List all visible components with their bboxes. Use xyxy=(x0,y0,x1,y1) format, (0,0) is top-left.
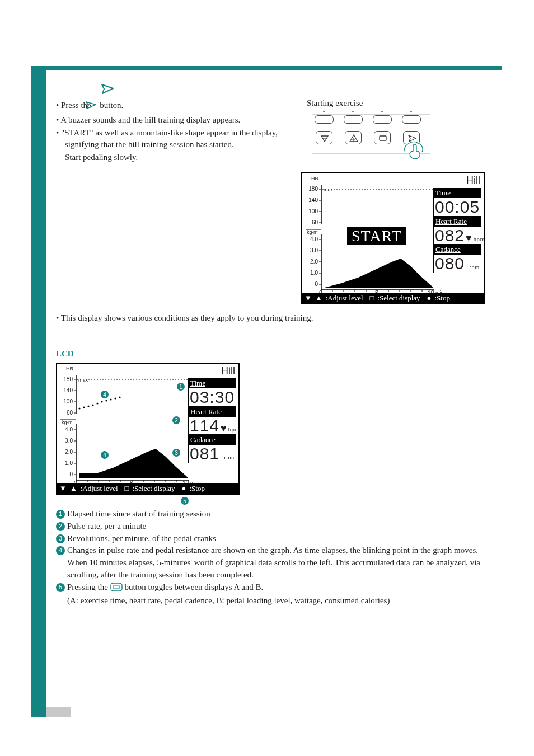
instruction-item: Press the button. xyxy=(56,100,302,113)
svg-rect-5 xyxy=(380,136,386,140)
kgm-axis-label: kg·m xyxy=(307,229,318,235)
svg-point-45 xyxy=(114,397,116,399)
marker-5: 5 xyxy=(181,497,189,505)
cadence-label: Cadance xyxy=(433,245,481,255)
panel-button xyxy=(344,115,363,124)
tick: 100 xyxy=(306,208,318,214)
start-banner: START xyxy=(347,227,406,245)
legend-text: Elapsed time since start of training ses… xyxy=(67,508,481,520)
max-label: max xyxy=(78,377,88,383)
square-icon: □ xyxy=(125,484,129,493)
readouts: Time 03:30 Heart Rate 114♥bpm Cadance 08… xyxy=(188,378,236,463)
up-button xyxy=(345,131,362,144)
tick: 3.0 xyxy=(307,247,318,253)
help-text: :Adjust level xyxy=(326,294,363,303)
marker-1: 1 xyxy=(177,383,185,391)
legend-item: 4Changes in pulse rate and pedal resista… xyxy=(56,544,481,581)
legend-text: Changes in pulse rate and pedal resistan… xyxy=(67,544,481,581)
svg-point-39 xyxy=(87,405,89,407)
legend-item: 3Revolutions, per minute, of the pedal c… xyxy=(56,533,481,545)
heart-rate-label: Heart Rate xyxy=(433,217,481,227)
help-text: :Stop xyxy=(434,294,449,303)
header-rule xyxy=(31,66,502,70)
legend-num: 4 xyxy=(56,546,65,555)
touch-indicator-icon xyxy=(402,137,427,161)
tick: 2.0 xyxy=(62,449,73,455)
time-value: 03:30 xyxy=(188,388,236,407)
legend: 1Elapsed time since start of training se… xyxy=(56,508,481,607)
circle-icon: ● xyxy=(427,294,432,303)
time-label: Time xyxy=(188,378,236,388)
display-caption: • This display shows various conditions … xyxy=(56,312,336,324)
heart-rate-value: 114♥bpm xyxy=(188,417,236,435)
instruction-list: Press the button. A buzzer sounds and th… xyxy=(56,100,302,165)
down-icon: ▼ xyxy=(59,484,67,493)
tick: 4.0 xyxy=(62,426,73,433)
tick: 2.0 xyxy=(307,259,318,265)
cadence-value: 081rpm xyxy=(188,445,236,463)
legend-num: 5 xyxy=(56,583,65,592)
svg-point-44 xyxy=(110,398,111,400)
lcd-heading: LCD xyxy=(56,349,74,359)
help-text: :Select display xyxy=(377,294,420,303)
tick: 100 xyxy=(60,398,73,405)
tick: 180 xyxy=(306,186,318,192)
legend-num: 3 xyxy=(56,534,65,543)
svg-rect-68 xyxy=(114,585,119,589)
page-tab xyxy=(46,707,71,717)
tick: 60 xyxy=(306,219,318,226)
up-icon: ▲ xyxy=(315,294,322,303)
instruction-item: "START" as well as a mountain-like shape… xyxy=(56,127,302,151)
marker-3: 3 xyxy=(172,449,180,457)
square-icon: □ xyxy=(370,294,374,303)
heart-rate-value: 082♥bpm xyxy=(433,227,481,245)
lcd-display-start: Hill HR 180 max 140 100 60 kg·m 4.0 3.0 … xyxy=(301,172,485,304)
marker-4: 4 xyxy=(101,391,109,398)
help-text: :Select display xyxy=(132,484,175,493)
tick: 60 xyxy=(60,410,73,416)
tick: 180 xyxy=(60,376,73,382)
svg-point-40 xyxy=(92,404,93,406)
svg-point-41 xyxy=(96,402,98,404)
up-icon: ▲ xyxy=(70,484,77,493)
starting-exercise-label: Starting exercise xyxy=(307,98,363,108)
tick: 3.0 xyxy=(62,438,73,444)
readouts: Time 00:05 Heart Rate 082♥bpm Cadance 08… xyxy=(433,188,481,273)
tick: 1.0 xyxy=(62,460,73,466)
select-button-icon xyxy=(110,583,123,595)
legend-text: Pressing the button toggles between disp… xyxy=(67,581,481,608)
instruction-item: Start pedaling slowly. xyxy=(56,152,302,163)
text: button. xyxy=(100,101,123,110)
tick: 1.0 xyxy=(307,270,318,276)
tick: 0 xyxy=(67,471,73,477)
max-label: max xyxy=(324,187,333,192)
kgm-axis-label: kg·m xyxy=(62,420,73,425)
marker-2: 2 xyxy=(172,416,180,424)
svg-point-38 xyxy=(83,406,85,408)
panel-button xyxy=(373,115,392,124)
marker-4: 4 xyxy=(101,451,109,459)
panel-button xyxy=(315,115,334,124)
time-value: 00:05 xyxy=(433,198,481,217)
tick: 140 xyxy=(60,387,73,393)
svg-point-43 xyxy=(105,400,107,401)
svg-point-37 xyxy=(78,407,80,409)
select-button xyxy=(374,131,391,144)
svg-rect-67 xyxy=(111,583,122,591)
play-icon xyxy=(100,83,116,97)
control-panel-illustration xyxy=(312,110,430,160)
lcd-display-progress: Hill HR 180 max 140 100 60 kg·m 4.0 3.0 … xyxy=(56,363,240,495)
svg-point-46 xyxy=(119,396,120,398)
cadence-value: 080rpm xyxy=(433,255,481,273)
hr-axis-label: HR xyxy=(66,366,73,372)
legend-text: Pulse rate, per a minute xyxy=(67,520,481,533)
legend-num: 1 xyxy=(56,510,65,519)
legend-text: Revolutions, per minute, of the pedal cr… xyxy=(67,533,481,545)
tick: 4.0 xyxy=(307,236,318,242)
down-button xyxy=(316,131,332,144)
mode-label: Hill xyxy=(221,365,235,377)
help-bar: ▼▲:Adjust level □:Select display ●:Stop xyxy=(302,293,484,303)
help-text: :Adjust level xyxy=(81,484,118,493)
hr-axis-label: HR xyxy=(311,176,318,181)
cadence-label: Cadance xyxy=(188,435,236,445)
